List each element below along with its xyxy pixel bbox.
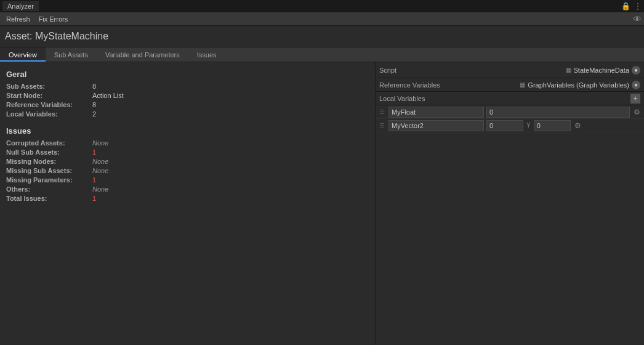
state-machine-data-title: ▦ StateMachineData [566,67,630,74]
sub-assets-label: Sub Assets: [6,83,92,90]
local-variables-header-label: Local Variables [379,95,425,102]
reference-variables-label: Reference Variables: [6,101,92,108]
script-label: Script [379,67,396,74]
local-variables-label: Local Variables: [6,110,92,118]
toolbar-right: 👁 [633,14,642,24]
others-label: Others: [6,185,92,193]
missing-sub-assets-row: Missing Sub Assets: None [6,167,369,174]
add-local-variable-button[interactable]: + [630,94,640,104]
var-value-y-myvector2[interactable] [534,120,571,131]
geral-section-title: Geral [6,70,369,79]
local-variables-row: Local Variables: 2 [6,110,369,118]
sub-assets-row: Sub Assets: 8 [6,83,369,90]
reference-variables-row: Reference Variables: 8 [6,101,369,108]
total-issues-row: Total Issues: 1 [6,195,369,202]
var-row-myfloat: ☰ ⚙ [376,105,644,119]
asset-title: Asset: MyStateMachine [5,31,108,41]
drag-handle-myvector2[interactable]: ☰ [378,122,386,129]
missing-nodes-label: Missing Nodes: [6,158,92,165]
missing-parameters-row: Missing Parameters: 1 [6,176,369,184]
tab-issues[interactable]: Issues [188,47,225,62]
missing-nodes-row: Missing Nodes: None [6,158,369,165]
var-value-x-myvector2[interactable] [486,120,523,131]
sub-assets-value: 8 [92,83,96,90]
gear-button-myvector2[interactable]: ⚙ [573,121,582,130]
missing-sub-assets-value: None [92,167,108,174]
corrupted-assets-value: None [92,139,108,147]
issues-section-title: Issues [6,126,369,136]
null-sub-assets-row: Null Sub Assets: 1 [6,148,369,156]
drag-handle-myfloat[interactable]: ☰ [378,108,386,115]
reference-variables-subheader-label: Reference Variables [379,81,440,89]
left-panel: Geral Sub Assets: 8 Start Node: Action L… [0,62,376,344]
graph-variables-value: ▦ GraphVariables (Graph Variables) [520,81,629,89]
reference-variables-value: 8 [92,101,96,108]
top-bar: Analyzer 🔒 ⋮ [0,0,644,12]
grid-icon: ▦ [566,67,571,73]
missing-nodes-value: None [92,158,108,165]
state-machine-data-label: StateMachineData [574,67,630,74]
corrupted-assets-label: Corrupted Assets: [6,139,92,147]
var-name-myvector2[interactable] [388,120,484,131]
tab-variable-and-parameters[interactable]: Variable and Parameters [97,47,188,62]
top-bar-icons: 🔒 ⋮ [621,2,642,10]
right-header: Script ▦ StateMachineData ● [376,62,644,78]
state-machine-data-circle-btn[interactable]: ● [632,66,640,75]
missing-parameters-value: 1 [92,176,96,184]
tabs-bar: Overview Sub Assets Variable and Paramet… [0,47,644,62]
refresh-button[interactable]: Refresh [2,14,34,25]
menu-icon[interactable]: ⋮ [634,2,642,10]
asset-title-bar: Asset: MyStateMachine [0,26,644,47]
fix-errors-button[interactable]: Fix Errors [35,14,72,25]
var-row-myvector2: ☰ Y ⚙ [376,119,644,132]
main-content: Geral Sub Assets: 8 Start Node: Action L… [0,62,644,344]
local-variables-value: 2 [92,110,96,118]
start-node-row: Start Node: Action List [6,92,369,99]
gear-button-myfloat[interactable]: ⚙ [632,108,642,116]
others-row: Others: None [6,185,369,193]
total-issues-label: Total Issues: [6,195,92,202]
tab-sub-assets[interactable]: Sub Assets [46,47,97,62]
graph-variables-icon: ▦ [520,81,525,88]
lock-icon[interactable]: 🔒 [621,2,630,10]
reference-variables-subheader: Reference Variables ▦ GraphVariables (Gr… [376,78,644,92]
missing-parameters-label: Missing Parameters: [6,176,92,184]
toolbar: Refresh Fix Errors 👁 [0,12,644,26]
corrupted-assets-row: Corrupted Assets: None [6,139,369,147]
var-name-myfloat[interactable] [388,107,484,118]
right-panel: Script ▦ StateMachineData ● Reference Va… [376,62,644,344]
null-sub-assets-value: 1 [92,148,96,156]
missing-sub-assets-label: Missing Sub Assets: [6,167,92,174]
others-value: None [92,185,108,193]
right-header-right: ▦ StateMachineData ● [566,66,641,75]
graph-variables-circle-btn[interactable]: ● [632,81,640,89]
null-sub-assets-label: Null Sub Assets: [6,148,92,156]
graph-variables-label: GraphVariables (Graph Variables) [528,81,629,89]
eye-icon[interactable]: 👁 [633,14,642,24]
tab-overview[interactable]: Overview [0,47,46,62]
analyzer-tab[interactable]: Analyzer [2,1,39,11]
start-node-value: Action List [92,92,124,99]
total-issues-value: 1 [92,195,96,202]
local-variables-header: Local Variables + [376,92,644,105]
ref-var-right: ▦ GraphVariables (Graph Variables) ● [520,81,640,89]
start-node-label: Start Node: [6,92,92,99]
y-label: Y [526,122,531,129]
var-value-myfloat[interactable] [486,107,630,118]
